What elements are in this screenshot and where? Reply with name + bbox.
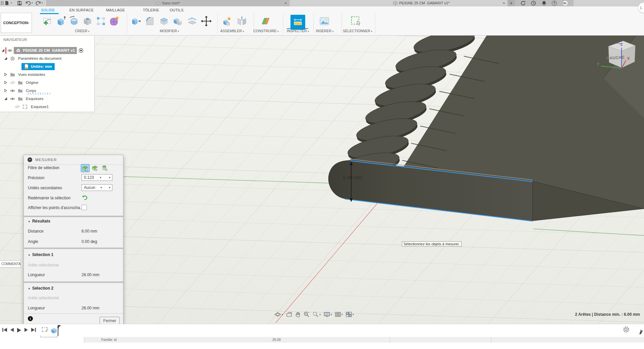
app-menu-icon[interactable] xyxy=(1,1,4,5)
tab-maillage[interactable]: MAILLAGE xyxy=(106,8,125,12)
expand-icon[interactable] xyxy=(4,97,7,100)
insert-image-icon[interactable] xyxy=(319,15,330,27)
results-section-header[interactable]: ▼Résultats xyxy=(28,219,50,223)
expand-icon[interactable] xyxy=(4,57,7,60)
notifications-icon[interactable] xyxy=(542,1,546,6)
extrude-icon[interactable] xyxy=(55,15,66,27)
filter-component-button[interactable] xyxy=(91,164,99,171)
tree-row-document-settings[interactable]: Paramètres du document xyxy=(0,54,94,62)
filter-body-button[interactable] xyxy=(101,164,109,171)
select-tool-icon[interactable] xyxy=(350,15,362,27)
selection2-section-header[interactable]: ▼Sélection 2 xyxy=(28,286,53,291)
look-at-button[interactable] xyxy=(286,312,292,317)
joint-icon[interactable] xyxy=(236,15,248,27)
display-settings-button[interactable]: ▾ xyxy=(324,312,332,317)
document-tab-untitled[interactable]: Sans nom* ✕ xyxy=(46,0,290,6)
info-icon[interactable]: i xyxy=(28,316,33,321)
tree-row-sketches[interactable]: Esquisses xyxy=(0,95,94,103)
user-avatar[interactable]: ML xyxy=(562,0,568,6)
tree-row-origin[interactable]: Origine xyxy=(0,79,94,87)
tree-row-root[interactable]: PEIGNE 25 CM GABARIT v1 xyxy=(0,46,94,54)
visibility-off-icon[interactable] xyxy=(15,105,20,109)
close-dialog-button[interactable]: Fermer xyxy=(100,317,120,325)
fillet-icon[interactable] xyxy=(144,15,156,27)
tree-row-sketch1[interactable]: Esquisse1 xyxy=(0,103,94,111)
collapse-icon[interactable] xyxy=(4,81,7,84)
revolve-icon[interactable] xyxy=(68,15,80,27)
tree-row-named-views[interactable]: Vues existantes xyxy=(0,70,94,79)
press-pull-icon[interactable] xyxy=(130,15,142,27)
visibility-icon[interactable] xyxy=(7,49,12,52)
timeline-play-button[interactable] xyxy=(17,328,21,333)
group-modifier[interactable]: MODIFIER xyxy=(160,29,179,33)
zoom-button[interactable] xyxy=(304,311,310,317)
restart-selection-icon[interactable] xyxy=(82,195,88,200)
move-copy-icon[interactable] xyxy=(201,15,212,27)
pan-button[interactable] xyxy=(295,312,301,317)
close-tab-icon[interactable]: ✕ xyxy=(502,1,505,5)
tree-row-units[interactable]: Unités: mm xyxy=(0,62,94,70)
snap-points-checkbox[interactable] xyxy=(82,205,87,210)
filter-face-button[interactable] xyxy=(81,164,90,172)
collapse-icon[interactable] xyxy=(4,89,7,92)
group-construire[interactable]: CONSTRUIRE xyxy=(253,29,279,33)
workspace-selector[interactable]: CONCEPTION xyxy=(1,13,32,33)
measure-dialog-header[interactable]: – MESURER xyxy=(24,155,123,165)
group-inspecter[interactable]: INSPECTER xyxy=(287,29,309,33)
construction-plane-icon[interactable] xyxy=(260,15,271,27)
hole-icon[interactable] xyxy=(82,15,93,27)
create-sketch-icon[interactable] xyxy=(42,15,53,27)
tab-tolerie[interactable]: TÔLERIE xyxy=(143,8,159,12)
expand-icon[interactable] xyxy=(1,49,5,52)
document-tab-active[interactable]: PEIGNE 25 CM GABARIT v1* xyxy=(393,0,449,6)
root-component-pill[interactable]: PEIGNE 25 CM GABARIT v1 xyxy=(14,47,77,54)
visibility-icon[interactable] xyxy=(10,89,15,93)
group-assembler[interactable]: ASSEMBLER xyxy=(220,29,244,33)
split-body-icon[interactable] xyxy=(186,15,198,27)
file-menu-caret[interactable]: ▾ xyxy=(11,1,12,5)
tab-outils[interactable]: OUTILS xyxy=(170,8,183,12)
measure-tool-active-button[interactable] xyxy=(290,15,305,30)
timeline-go-end-button[interactable] xyxy=(31,328,36,332)
secondary-units-dropdown[interactable]: Aucun ▾ xyxy=(82,184,112,191)
timeline-settings-gear-icon[interactable] xyxy=(623,326,630,333)
orbit-button[interactable]: ▾ xyxy=(274,311,283,317)
close-tab-icon[interactable]: ✕ xyxy=(284,1,287,5)
activate-component-radio[interactable] xyxy=(78,48,84,53)
comments-panel-tab[interactable]: COMMENTAIR xyxy=(0,260,21,267)
group-creer[interactable]: CRÉER xyxy=(75,29,89,33)
collapse-icon[interactable] xyxy=(4,73,7,76)
undo-caret[interactable]: ▾ xyxy=(32,1,33,5)
combine-icon[interactable] xyxy=(172,15,184,27)
redo-caret[interactable]: ▾ xyxy=(42,1,43,5)
group-inserer[interactable]: INSÉRER xyxy=(316,29,334,33)
tab-solide[interactable]: SOLIDE xyxy=(41,8,55,12)
file-menu-icon[interactable] xyxy=(5,1,9,5)
job-status-icon[interactable] xyxy=(521,1,526,6)
timeline-go-start-button[interactable] xyxy=(2,328,7,332)
timeline-step-forward-button[interactable] xyxy=(24,328,28,332)
selection1-section-header[interactable]: ▼Sélection 1 xyxy=(28,252,53,257)
units-pill[interactable]: Unités: mm xyxy=(21,63,55,70)
visibility-off-icon[interactable] xyxy=(10,81,15,85)
redo-icon[interactable] xyxy=(36,1,41,5)
save-icon[interactable] xyxy=(17,1,22,5)
history-icon[interactable] xyxy=(531,1,536,6)
visibility-icon[interactable] xyxy=(10,97,15,101)
help-icon[interactable]: ? xyxy=(552,1,557,6)
new-component-icon[interactable] xyxy=(221,15,233,27)
undo-icon[interactable] xyxy=(25,1,31,5)
new-document-button[interactable]: + xyxy=(507,0,515,6)
view-cube[interactable]: GAUCHE Z X Y xyxy=(596,36,643,76)
group-selectionner[interactable]: SÉLECTIONNER xyxy=(343,29,372,33)
shell-icon[interactable] xyxy=(158,15,170,27)
status-corner-icon[interactable] xyxy=(638,328,643,335)
timeline-step-back-button[interactable] xyxy=(10,328,14,332)
fit-button[interactable]: ▾ xyxy=(313,311,321,317)
precision-dropdown[interactable]: 0.123 ▾ xyxy=(82,174,112,181)
pattern-icon[interactable] xyxy=(95,15,107,27)
collapse-dialog-icon[interactable]: – xyxy=(28,157,32,162)
viewports-button[interactable]: ▾ xyxy=(346,312,354,317)
grid-settings-button[interactable]: ▾ xyxy=(335,312,343,317)
tab-en-surface[interactable]: EN SURFACE xyxy=(69,8,94,12)
